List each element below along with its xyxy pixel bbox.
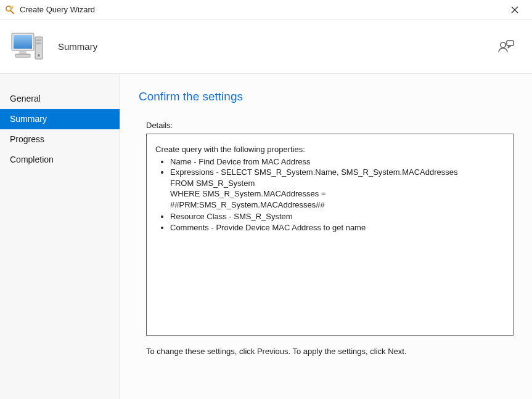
detail-resource-class: Resource Class - SMS_R_System	[170, 211, 504, 222]
svg-rect-11	[19, 50, 27, 54]
feedback-icon[interactable]	[497, 40, 515, 54]
detail-expressions-line2: FROM SMS_R_System	[155, 178, 504, 189]
detail-expressions-line4: ##PRM:SMS_R_System.MACAddresses##	[155, 200, 504, 211]
detail-expressions: Expressions - SELECT SMS_R_System.Name, …	[170, 167, 504, 178]
computer-icon	[9, 29, 47, 65]
svg-rect-6	[36, 42, 41, 44]
wizard-icon	[5, 5, 15, 15]
svg-rect-14	[507, 41, 514, 46]
detail-expressions-line3: WHERE SMS_R_System.MACAddresses =	[155, 188, 504, 200]
content-panel: Confirm the settings Details: Create que…	[120, 74, 532, 399]
sidebar-item-label: Completion	[10, 155, 54, 164]
wizard-steps-sidebar: General Summary Progress Completion	[0, 74, 120, 399]
details-list: Name - Find Device from MAC Address Expr…	[155, 156, 504, 178]
sidebar-item-completion[interactable]: Completion	[0, 150, 120, 170]
details-box: Create query with the following properti…	[146, 134, 514, 336]
svg-rect-12	[15, 54, 30, 57]
titlebar: Create Query Wizard	[0, 0, 532, 20]
page-title: Summary	[58, 41, 97, 52]
details-list-cont: Resource Class - SMS_R_System Comments -…	[155, 211, 504, 233]
svg-point-13	[501, 42, 505, 47]
detail-comments: Comments - Provide Device MAC Address to…	[170, 222, 504, 233]
sidebar-item-general[interactable]: General	[0, 89, 120, 109]
content-heading: Confirm the settings	[139, 90, 514, 103]
sidebar-item-label: Summary	[10, 114, 47, 124]
svg-line-1	[10, 10, 14, 14]
sidebar-item-progress[interactable]: Progress	[0, 129, 120, 150]
footer-note: To change these settings, click Previous…	[146, 347, 514, 356]
svg-point-7	[38, 54, 40, 57]
window-title: Create Query Wizard	[20, 5, 502, 14]
close-button[interactable]	[502, 1, 527, 18]
detail-name: Name - Find Device from MAC Address	[170, 156, 504, 167]
details-intro: Create query with the following properti…	[155, 144, 504, 155]
sidebar-item-label: Progress	[10, 134, 44, 144]
sidebar-item-summary[interactable]: Summary	[0, 109, 120, 129]
details-label: Details:	[146, 121, 514, 130]
svg-rect-5	[36, 39, 41, 41]
sidebar-item-label: General	[10, 94, 41, 103]
wizard-header: Summary	[0, 20, 532, 74]
svg-rect-10	[14, 35, 32, 49]
